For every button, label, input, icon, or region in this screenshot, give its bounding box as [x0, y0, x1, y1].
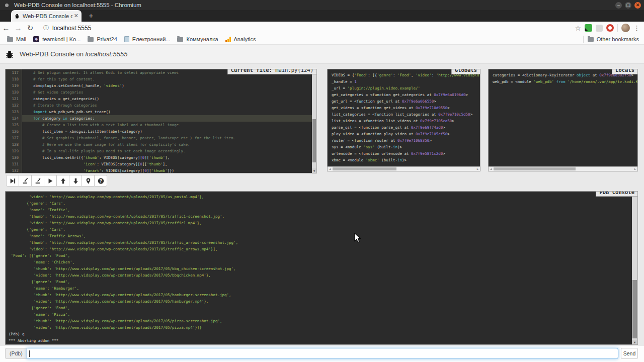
return-button[interactable]: [31, 175, 44, 187]
globals-line: play_video = <function play_video at 0x7…: [332, 131, 480, 137]
line-number: 117: [6, 69, 22, 76]
window-maximize-button[interactable]: ▢: [625, 2, 631, 9]
bookmark-item[interactable]: Коммуналка: [177, 36, 218, 42]
folder-icon: [588, 37, 594, 42]
browser-tab[interactable]: Web-PDB Console on loca ✕: [11, 10, 82, 22]
command-input-bar: (Pdb) Send: [0, 346, 644, 362]
line-number: 127: [6, 135, 22, 141]
pdb-console-label: PDB Console: [596, 191, 638, 197]
next-icon: [9, 177, 17, 185]
bookmark-label: Analytics: [234, 36, 256, 42]
other-bookmarks-button[interactable]: Other bookmarks: [588, 36, 639, 42]
scroll-down-arrow-icon[interactable]: ▼: [312, 168, 316, 173]
line-number: 122: [6, 102, 22, 109]
web-pdb-bug-icon: [5, 49, 15, 59]
where-button[interactable]: [82, 175, 95, 187]
console-line: 'name': 'Traffic Arrows',: [9, 233, 637, 239]
line-number: 121: [6, 96, 22, 102]
locals-panel: Locals categories = <dictionary-keyitera…: [488, 69, 638, 171]
extension-adblock-icon[interactable]: [606, 24, 614, 32]
send-button[interactable]: Send: [621, 348, 638, 359]
next-button[interactable]: [6, 175, 19, 187]
code-line: 119 xbmcplugin.setContent(_handle, 'vide…: [6, 82, 316, 89]
step-button[interactable]: [19, 175, 32, 187]
new-tab-button[interactable]: +: [86, 12, 97, 20]
globals-label: Globals: [451, 69, 480, 74]
toolbar-divider: [617, 24, 618, 32]
line-number: 120: [6, 89, 22, 96]
up-icon: [59, 177, 67, 185]
tab-close-icon[interactable]: ✕: [74, 13, 78, 19]
reload-icon[interactable]: ↻: [24, 24, 36, 33]
folder-icon: [177, 37, 183, 42]
code-line: 118 # for this type of content.: [6, 76, 316, 82]
bookmark-star-icon[interactable]: ☆: [575, 24, 581, 32]
globals-line: router = <function router at 0x7f9e71068…: [332, 137, 480, 144]
browser-menu-icon[interactable]: ⋮: [633, 24, 640, 32]
current-file-label: Current file: main.py(124): [227, 69, 317, 74]
code-line: 128 # Here we use the same image for all…: [6, 141, 316, 148]
folder-icon: [88, 37, 94, 42]
pdb-prompt-label: (Pdb): [5, 348, 27, 359]
address-bar[interactable]: localhost:5555: [52, 25, 91, 32]
forward-icon[interactable]: →: [12, 24, 24, 32]
scroll-left-arrow-icon[interactable]: ◄: [328, 167, 332, 171]
folder-icon: [7, 37, 13, 42]
locals-hscrollbar[interactable]: ◄ ►: [489, 166, 637, 171]
bookmark-item[interactable]: ◆teamkodi | Ko...: [33, 36, 80, 42]
locals-line: web_pdb = <module 'web_pdb' from '/home/…: [493, 78, 637, 85]
console-line: 'name': 'Hamburger',: [9, 285, 637, 292]
up-button[interactable]: [56, 175, 69, 187]
continue-button[interactable]: [44, 175, 57, 187]
scroll-right-arrow-icon[interactable]: ►: [475, 167, 480, 171]
console-scrollbar[interactable]: ▲ ▼: [632, 192, 637, 344]
globals-line: parse_qsl = <function parse_qsl at 0x7f9…: [332, 124, 480, 131]
globals-line: get_categories = <function get_categorie…: [332, 92, 480, 98]
down-icon: [72, 177, 79, 185]
down-button[interactable]: [69, 175, 82, 187]
bookmark-item[interactable]: Privat24: [88, 36, 117, 42]
browser-tabbar: Web-PDB Console on loca ✕ +: [0, 10, 644, 22]
globals-line: _handle = 1: [332, 78, 480, 85]
code-line: 120 # Get video categories: [6, 89, 316, 96]
extension-green-icon[interactable]: [585, 24, 592, 32]
globals-hscrollbar[interactable]: ◄ ►: [328, 166, 480, 171]
profile-avatar[interactable]: [621, 24, 630, 32]
page-info-icon[interactable]: ⓘ: [43, 24, 49, 32]
code-line: 121 categories = get_categories(): [6, 96, 316, 102]
code-line: 126 list_item = xbmcgui.ListItem(label=c…: [6, 128, 316, 135]
bookmark-label: Privat24: [97, 36, 117, 42]
line-number: 126: [6, 128, 22, 135]
scroll-down-arrow-icon[interactable]: ▼: [632, 340, 637, 344]
help-button[interactable]: ?: [94, 175, 107, 187]
console-line: {'genre': 'Cars',: [9, 226, 637, 233]
line-number: 123: [6, 109, 22, 115]
bookmark-label: Електронний...: [132, 36, 171, 42]
code-line: 130 list_item.setArt({'thumb': VIDEOS[ca…: [6, 154, 316, 161]
console-line: 'thumb': 'http://www.vidsplay.com/wp-con…: [9, 292, 637, 298]
bookmark-item[interactable]: Mail: [7, 36, 26, 42]
bookmark-item[interactable]: Електронний...: [124, 36, 171, 42]
locals-label: Locals: [612, 69, 638, 74]
code-panel: Current file: main.py(124) 117 # Set plu…: [5, 69, 317, 173]
window-minimize-button[interactable]: –: [615, 2, 622, 9]
code-line: 123 import web_pdb;web_pdb.set_trace(): [6, 109, 316, 115]
line-number: 119: [6, 82, 22, 89]
console-line: 'video': 'http://www.vidsplay.com/wp-con…: [9, 246, 637, 252]
bookmark-item[interactable]: Analytics: [225, 36, 256, 42]
console-line: 'thumb': 'http://www.vidsplay.com/wp-con…: [9, 239, 637, 246]
scroll-right-arrow-icon[interactable]: ►: [633, 167, 637, 171]
window-titlebar: Web-PDB Console on localhost:5555 - Chro…: [0, 0, 644, 10]
page-header: Web-PDB Console on localhost:5555: [0, 45, 644, 64]
line-number: 131: [6, 161, 22, 167]
bookmark-label: Коммуналка: [186, 36, 218, 42]
extension-gray-icon[interactable]: [596, 25, 603, 32]
console-line: 'video': 'http://www.vidsplay.com/wp-con…: [9, 194, 637, 200]
command-input[interactable]: [27, 348, 618, 359]
window-close-button[interactable]: ✕: [634, 2, 641, 9]
line-number: 118: [6, 76, 22, 82]
scroll-left-arrow-icon[interactable]: ◄: [489, 167, 493, 171]
back-icon[interactable]: ←: [0, 24, 12, 32]
code-panel-scrollbar[interactable]: ▼: [312, 69, 316, 173]
bug-favicon-icon: [14, 13, 20, 19]
